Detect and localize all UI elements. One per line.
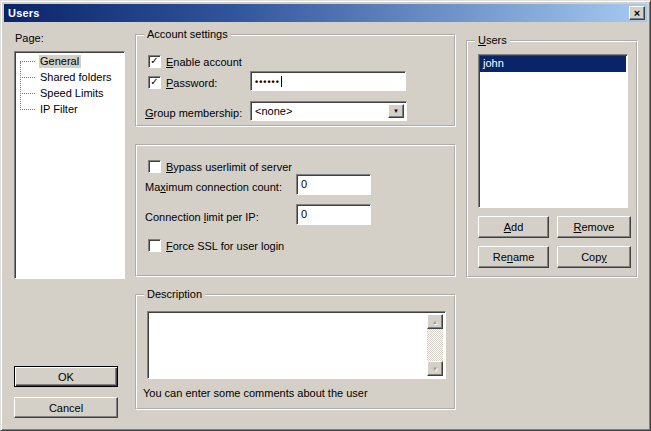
description-scrollbar[interactable]: ▲ ▼ <box>427 314 443 376</box>
password-checkbox[interactable]: ✓ <box>148 76 161 89</box>
cancel-button[interactable]: Cancel <box>14 397 118 418</box>
enable-account-checkbox[interactable]: ✓ <box>148 55 161 68</box>
max-connection-count-label: Maximum connection count: <box>145 181 282 194</box>
bypass-userlimit-label[interactable]: Bypass userlimit of server <box>166 161 292 174</box>
tree-item-shared-folders[interactable]: Shared folders <box>15 70 124 86</box>
users-group: Users john Add Remove Rename Copy <box>466 40 638 278</box>
enable-account-label[interactable]: Enable account <box>166 56 242 69</box>
scroll-track[interactable] <box>427 329 443 361</box>
description-group: Description ▲ ▼ You can enter some comme… <box>135 294 456 410</box>
description-title: Description <box>144 288 205 301</box>
title-bar[interactable]: Users × <box>4 4 647 22</box>
window-title: Users <box>8 7 40 19</box>
copy-button[interactable]: Copy <box>557 246 631 268</box>
connection-limit-per-ip-input[interactable]: 0 <box>296 204 371 225</box>
rename-button[interactable]: Rename <box>478 246 549 268</box>
description-hint: You can enter some comments about the us… <box>143 387 368 400</box>
scroll-up-button[interactable]: ▲ <box>427 314 443 329</box>
tree-item-general[interactable]: General <box>15 54 124 70</box>
page-label: Page: <box>15 32 44 45</box>
add-button[interactable]: Add <box>478 216 549 238</box>
tree-item-ip-filter[interactable]: IP Filter <box>15 102 124 118</box>
close-button[interactable]: × <box>629 6 645 20</box>
description-textarea[interactable]: ▲ ▼ <box>147 311 446 379</box>
scroll-down-button[interactable]: ▼ <box>427 361 443 376</box>
close-icon: × <box>634 8 640 18</box>
remove-button[interactable]: Remove <box>557 216 631 238</box>
force-ssl-checkbox[interactable] <box>148 239 161 252</box>
page-tree: General Shared folders Speed Limits IP F… <box>14 51 125 279</box>
password-input[interactable]: •••••• <box>250 71 406 91</box>
group-membership-select[interactable]: <none> ▼ <box>250 101 407 121</box>
check-icon: ✓ <box>150 56 158 66</box>
max-connection-count-input[interactable]: 0 <box>296 174 371 195</box>
dropdown-button[interactable]: ▼ <box>388 104 404 118</box>
account-settings-title: Account settings <box>144 28 231 41</box>
force-ssl-label[interactable]: Force SSL for user login <box>166 240 284 253</box>
bypass-userlimit-checkbox[interactable] <box>148 160 161 173</box>
scroll-down-icon: ▼ <box>432 366 438 372</box>
check-icon: ✓ <box>150 77 158 87</box>
scroll-up-icon: ▲ <box>432 319 438 325</box>
password-label[interactable]: Password: <box>166 77 217 90</box>
text-caret <box>281 76 282 87</box>
tree-item-speed-limits[interactable]: Speed Limits <box>15 86 124 102</box>
group-membership-label: Group membership: <box>145 107 242 120</box>
ok-button[interactable]: OK <box>14 366 118 387</box>
limits-group: Bypass userlimit of server Maximum conne… <box>135 144 456 277</box>
users-title: Users <box>475 34 510 47</box>
dialog-window: Users × Page: General Shared folders Spe… <box>0 0 651 431</box>
chevron-down-icon: ▼ <box>393 108 399 114</box>
list-item-john[interactable]: john <box>480 56 626 72</box>
users-listbox[interactable]: john <box>478 54 628 208</box>
connection-limit-per-ip-label: Connection limit per IP: <box>145 211 259 224</box>
account-settings-group: Account settings ✓ Enable account ✓ Pass… <box>135 34 456 127</box>
